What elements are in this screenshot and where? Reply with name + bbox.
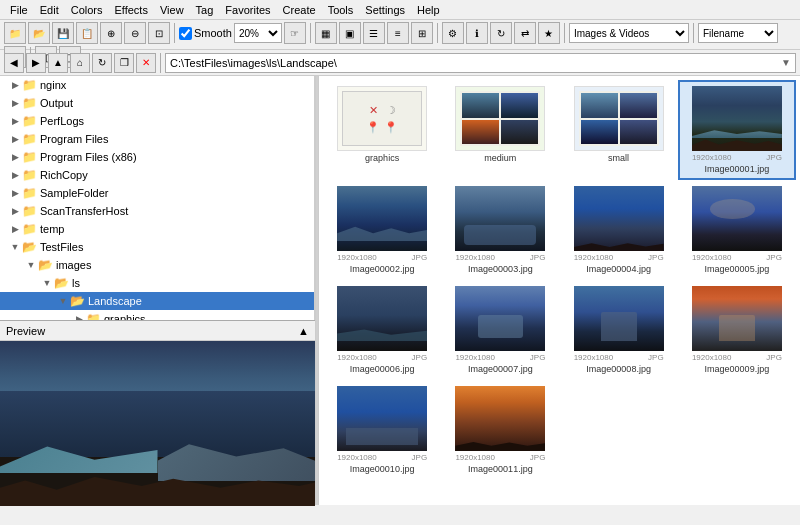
sort-select[interactable]: FilenameDateSize [698, 23, 778, 43]
btn-grid1[interactable]: ▦ [315, 22, 337, 44]
tree-item-perflogs[interactable]: ▶ 📁 PerfLogs [0, 112, 314, 130]
thumb-folder-graphics[interactable]: ✕ ☽ 📍 📍 graphics [323, 80, 441, 180]
thumb-image00004[interactable]: 1920x1080 JPG Image00004.jpg [560, 180, 678, 280]
thumb-image00008[interactable]: 1920x1080 JPG Image00008.jpg [560, 280, 678, 380]
btn-sync[interactable]: ⇄ [514, 22, 536, 44]
address-expand[interactable]: ▼ [781, 57, 791, 68]
thumb-image00008-label: Image00008.jpg [586, 364, 651, 374]
btn-open[interactable]: 📂 [28, 22, 50, 44]
tree-item-programfilesx86[interactable]: ▶ 📁 Program Files (x86) [0, 148, 314, 166]
btn-settings[interactable]: ⚙ [442, 22, 464, 44]
tree-label: ls [72, 277, 80, 289]
btn-add[interactable]: ⊕ [100, 22, 122, 44]
filter-select[interactable]: Images & VideosImagesVideos [569, 23, 689, 43]
tree-item-images[interactable]: ▼ 📂 images [0, 256, 314, 274]
thumb-folder-medium[interactable]: medium [441, 80, 559, 180]
zoom-select[interactable]: 20%25%50%100% [234, 23, 282, 43]
menu-view[interactable]: View [154, 2, 190, 18]
preview-collapse[interactable]: ▲ [298, 325, 309, 337]
thumb-image00009[interactable]: 1920x1080 JPG Image00009.jpg [678, 280, 796, 380]
tree-item-richcopy[interactable]: ▶ 📁 RichCopy [0, 166, 314, 184]
btn-fit[interactable]: ⊡ [148, 22, 170, 44]
btn-minus[interactable]: ⊖ [124, 22, 146, 44]
btn-cursor[interactable]: ☞ [284, 22, 306, 44]
expand-temp[interactable]: ▶ [8, 222, 22, 236]
thumb-image00001[interactable]: 1920x1080 JPG Image00001.jpg [678, 80, 796, 180]
addressbar[interactable]: C:\TestFiles\images\ls\Landscape\ ▼ [165, 53, 796, 73]
folder-icon: 📁 [22, 222, 37, 236]
expand-output[interactable]: ▶ [8, 96, 22, 110]
btn-new[interactable]: 📁 [4, 22, 26, 44]
tree-item-testfiles[interactable]: ▼ 📂 TestFiles [0, 238, 314, 256]
smooth-check[interactable]: Smooth [179, 27, 232, 40]
btn-detail[interactable]: ≡ [387, 22, 409, 44]
thumb-image00005[interactable]: 1920x1080 JPG Image00005.jpg [678, 180, 796, 280]
menu-effects[interactable]: Effects [109, 2, 154, 18]
btn-red[interactable]: ✕ [136, 53, 156, 73]
preview-landscape-img [0, 341, 315, 506]
folder-icon: 📁 [22, 132, 37, 146]
smooth-checkbox[interactable] [179, 27, 192, 40]
btn-star[interactable]: ★ [538, 22, 560, 44]
expand-nginx[interactable]: ▶ [8, 78, 22, 92]
thumb-image00011[interactable]: 1920x1080 JPG Image00011.jpg [441, 380, 559, 480]
thumb-image00007[interactable]: 1920x1080 JPG Image00007.jpg [441, 280, 559, 380]
thumb-image00010-img [337, 386, 427, 451]
expand-programfiles[interactable]: ▶ [8, 132, 22, 146]
tree-item-ls[interactable]: ▼ 📂 ls [0, 274, 314, 292]
sep5 [693, 23, 694, 43]
expand-graphics[interactable]: ▶ [72, 312, 86, 320]
btn-copy-path[interactable]: ❐ [114, 53, 134, 73]
menu-help[interactable]: Help [411, 2, 446, 18]
tree-item-graphics[interactable]: ▶ 📁 graphics [0, 310, 314, 320]
expand-testfiles[interactable]: ▼ [8, 240, 22, 254]
tree-item-output[interactable]: ▶ 📁 Output [0, 94, 314, 112]
thumb-image00010[interactable]: 1920x1080 JPG Image00010.jpg [323, 380, 441, 480]
btn-back[interactable]: ◀ [4, 53, 24, 73]
btn-up[interactable]: ▲ [48, 53, 68, 73]
btn-forward[interactable]: ▶ [26, 53, 46, 73]
expand-programfilesx86[interactable]: ▶ [8, 150, 22, 164]
tree-item-temp[interactable]: ▶ 📁 temp [0, 220, 314, 238]
thumb-image00002[interactable]: 1920x1080 JPG Image00002.jpg [323, 180, 441, 280]
expand-ls[interactable]: ▼ [40, 276, 54, 290]
btn-grid2[interactable]: ▣ [339, 22, 361, 44]
tree-item-nginx[interactable]: ▶ 📁 nginx [0, 76, 314, 94]
btn-home[interactable]: ⌂ [70, 53, 90, 73]
menu-tag[interactable]: Tag [190, 2, 220, 18]
thumb-image00006[interactable]: 1920x1080 JPG Image00006.jpg [323, 280, 441, 380]
thumb-image00007-label: Image00007.jpg [468, 364, 533, 374]
expand-landscape[interactable]: ▼ [56, 294, 70, 308]
expand-perflogs[interactable]: ▶ [8, 114, 22, 128]
thumb-image00011-label: Image00011.jpg [468, 464, 533, 474]
btn-refresh[interactable]: ↻ [490, 22, 512, 44]
expand-richcopy[interactable]: ▶ [8, 168, 22, 182]
tree-item-landscape[interactable]: ▼ 📂 Landscape [0, 292, 314, 310]
img-meta-jpg: JPG [766, 153, 782, 162]
tree-item-scantransfer[interactable]: ▶ 📁 ScanTransferHost [0, 202, 314, 220]
btn-compare[interactable]: ⊞ [411, 22, 433, 44]
menu-edit[interactable]: Edit [34, 2, 65, 18]
expand-samplefolder[interactable]: ▶ [8, 186, 22, 200]
menu-settings[interactable]: Settings [359, 2, 411, 18]
thumb-image00003[interactable]: 1920x1080 JPG Image00003.jpg [441, 180, 559, 280]
menu-file[interactable]: File [4, 2, 34, 18]
menu-colors[interactable]: Colors [65, 2, 109, 18]
sep2 [310, 23, 311, 43]
folder-icon-open: 📂 [22, 240, 37, 254]
expand-images[interactable]: ▼ [24, 258, 38, 272]
thumb-folder-small[interactable]: small [560, 80, 678, 180]
tree-item-programfiles[interactable]: ▶ 📁 Program Files [0, 130, 314, 148]
btn-copy[interactable]: 📋 [76, 22, 98, 44]
btn-list[interactable]: ☰ [363, 22, 385, 44]
thumb-image00001-img [692, 86, 782, 151]
btn-refresh2[interactable]: ↻ [92, 53, 112, 73]
tree-item-samplefolder[interactable]: ▶ 📁 SampleFolder [0, 184, 314, 202]
menu-favorites[interactable]: Favorites [219, 2, 276, 18]
btn-info[interactable]: ℹ [466, 22, 488, 44]
menu-tools[interactable]: Tools [322, 2, 360, 18]
btn-save[interactable]: 💾 [52, 22, 74, 44]
expand-scantransfer[interactable]: ▶ [8, 204, 22, 218]
menu-create[interactable]: Create [277, 2, 322, 18]
thumb-image00005-img [692, 186, 782, 251]
